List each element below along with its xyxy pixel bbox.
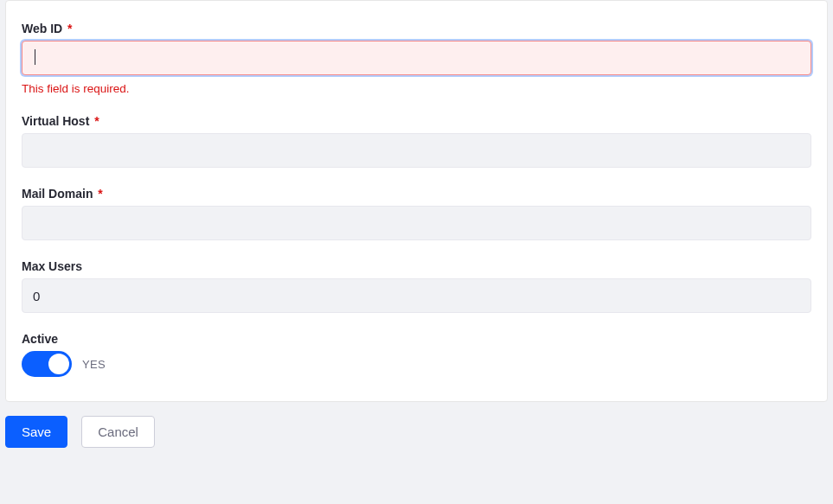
virtual-host-label-text: Virtual Host <box>22 114 89 128</box>
max-users-label: Max Users <box>22 259 811 273</box>
max-users-group: Max Users <box>22 259 811 313</box>
mail-domain-group: Mail Domain * <box>22 187 811 240</box>
active-toggle-row: YES <box>22 351 811 377</box>
web-id-group: Web ID * This field is required. <box>22 22 811 95</box>
max-users-input[interactable] <box>22 278 811 313</box>
toggle-knob-icon <box>48 354 69 374</box>
web-id-label-text: Web ID <box>22 22 62 35</box>
mail-domain-label: Mail Domain * <box>22 187 811 201</box>
virtual-host-group: Virtual Host * <box>22 114 811 168</box>
active-toggle[interactable] <box>22 351 72 377</box>
mail-domain-input[interactable] <box>22 206 811 240</box>
save-button[interactable]: Save <box>5 416 67 448</box>
button-bar: Save Cancel <box>0 402 833 455</box>
web-id-error-message: This field is required. <box>22 82 811 95</box>
form-card: Web ID * This field is required. Virtual… <box>5 0 828 402</box>
text-cursor-icon <box>35 49 35 65</box>
required-asterisk-icon: * <box>94 114 99 128</box>
web-id-input[interactable] <box>22 41 811 75</box>
active-group: Active YES <box>22 332 811 377</box>
virtual-host-label: Virtual Host * <box>22 114 811 128</box>
mail-domain-label-text: Mail Domain <box>22 187 93 201</box>
required-asterisk-icon: * <box>98 187 102 201</box>
required-asterisk-icon: * <box>67 22 72 35</box>
virtual-host-input[interactable] <box>22 133 811 168</box>
active-toggle-state-text: YES <box>82 358 106 371</box>
cancel-button[interactable]: Cancel <box>81 416 155 448</box>
web-id-label: Web ID * <box>22 22 811 35</box>
active-label: Active <box>22 332 811 346</box>
